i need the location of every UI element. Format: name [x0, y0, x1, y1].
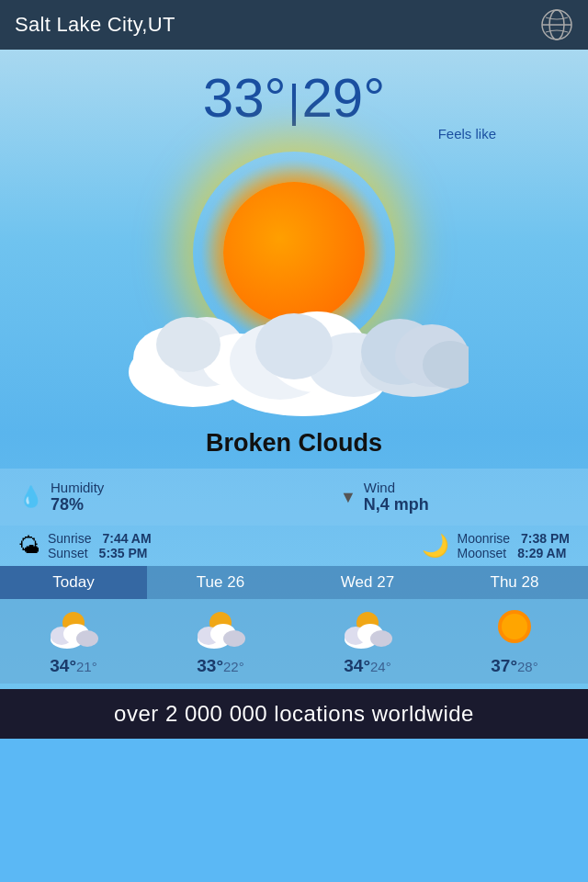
cloud-graphic: [119, 253, 469, 418]
wind-group: ▼ Wind N,4 mph: [340, 480, 570, 514]
forecast-icon-tue: [188, 606, 253, 652]
wind-label: Wind: [364, 480, 429, 495]
sun-times: 🌤 Sunrise 7:44 AM Sunset 5:35 PM: [18, 531, 152, 560]
forecast-day-wed[interactable]: Wed 27: [294, 566, 441, 599]
forecast-header: Today Tue 26 Wed 27 Thu 28: [0, 566, 588, 599]
sun-icon: 🌤: [18, 533, 40, 559]
app-header: Salt Lake City,UT: [0, 0, 588, 50]
forecast-temps-wed: 34°24°: [344, 656, 390, 676]
sunrise-value: 7:44 AM: [102, 531, 151, 546]
svg-point-7: [156, 317, 220, 372]
high-temp: 33°: [203, 66, 287, 130]
forecast-temps-today: 34°21°: [50, 656, 96, 676]
sunrise-label: Sunrise: [48, 531, 91, 546]
forecast-item-thu: 37°28°: [441, 606, 588, 676]
city-name: Salt Lake City,UT: [15, 13, 175, 37]
description-text: Broken Clouds: [206, 429, 382, 457]
moonrise-label: Moonrise: [457, 531, 510, 546]
sun-moon-section: 🌤 Sunrise 7:44 AM Sunset 5:35 PM 🌙 Moonr…: [0, 526, 588, 566]
forecast-icon-thu: [482, 606, 547, 652]
forecast-item-wed: 34°24°: [294, 606, 441, 676]
svg-point-31: [370, 630, 392, 647]
banner-text: over 2 000 000 locations worldwide: [114, 701, 474, 727]
forecast-day-today[interactable]: Today: [0, 566, 147, 599]
moonset-label: Moonset: [457, 546, 506, 560]
temperature-display: 33° | 29°: [203, 66, 385, 130]
humidity-value: 78%: [51, 495, 104, 514]
moonrise-value: 7:38 PM: [521, 531, 570, 546]
forecast-item-today: 34°21°: [0, 606, 147, 676]
feels-like-label: Feels like: [438, 126, 496, 141]
moon-times: 🌙 Moonrise 7:38 PM Moonset 8:29 AM: [422, 531, 570, 560]
bottom-banner: over 2 000 000 locations worldwide: [0, 689, 588, 739]
weather-icon: [119, 142, 469, 427]
forecast-icon-today: [41, 606, 106, 652]
wind-value: N,4 mph: [364, 495, 429, 514]
temp-divider: |: [288, 74, 300, 128]
humidity-label: Humidity: [51, 480, 104, 495]
weather-details: 💧 Humidity 78% ▼ Wind N,4 mph: [0, 469, 588, 526]
svg-point-21: [76, 630, 98, 647]
humidity-group: 💧 Humidity 78%: [18, 480, 248, 514]
forecast-temps-tue: 33°22°: [197, 656, 243, 676]
weather-description: Broken Clouds: [206, 429, 382, 458]
globe-icon[interactable]: [540, 8, 573, 41]
sunset-value: 5:35 PM: [99, 546, 148, 560]
forecast-details: 34°21° 33°22°: [0, 599, 588, 684]
wind-icon: ▼: [340, 488, 356, 507]
svg-point-26: [223, 630, 245, 647]
humidity-icon: 💧: [18, 485, 43, 509]
moon-icon: 🌙: [422, 533, 449, 559]
forecast-icon-wed: [335, 606, 400, 652]
forecast-day-thu[interactable]: Thu 28: [441, 566, 588, 599]
sunset-label: Sunset: [48, 546, 88, 560]
main-weather-section: 33° | 29° Feels like: [0, 50, 588, 689]
forecast-item-tue: 33°22°: [147, 606, 294, 676]
forecast-temps-thu: 37°28°: [491, 656, 537, 676]
forecast-day-tue[interactable]: Tue 26: [147, 566, 294, 599]
moonset-value: 8:29 AM: [517, 546, 566, 560]
low-temp: 29°: [302, 66, 386, 130]
svg-point-33: [502, 614, 527, 639]
svg-point-12: [255, 313, 333, 379]
